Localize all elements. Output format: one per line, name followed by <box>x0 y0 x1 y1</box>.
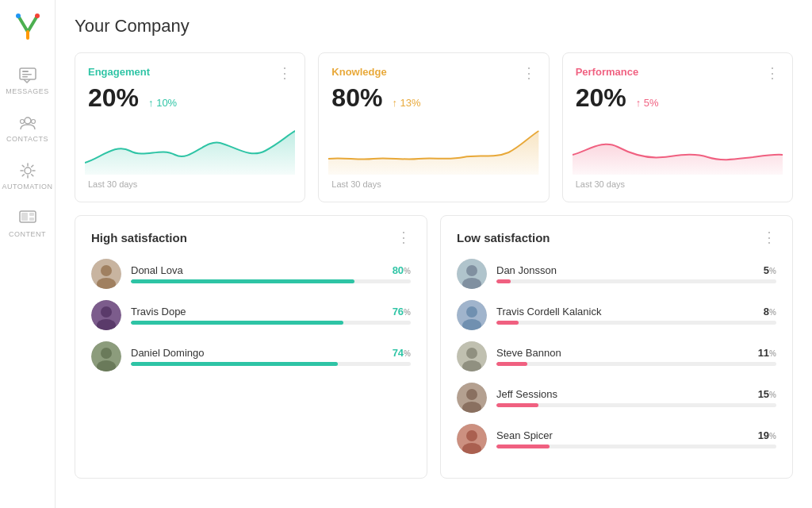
svg-rect-11 <box>21 213 28 221</box>
svg-point-1 <box>35 13 40 18</box>
engagement-more-button[interactable]: ⋮ <box>278 66 292 80</box>
list-item: Jeff Sessions 15% <box>457 383 776 413</box>
content-label: CONTENT <box>9 230 46 238</box>
knowledge-more-button[interactable]: ⋮ <box>522 66 536 80</box>
svg-rect-5 <box>22 76 28 78</box>
high-sat-title: High satisfaction <box>91 231 187 244</box>
performance-more-button[interactable]: ⋮ <box>765 66 779 80</box>
app-logo <box>12 10 44 41</box>
progress-bar-fill <box>131 321 343 325</box>
automation-label: AUTOMATION <box>2 183 52 190</box>
svg-point-30 <box>466 348 477 359</box>
list-item: Sean Spicer 19% <box>457 424 776 454</box>
progress-bar-bg <box>496 279 776 283</box>
svg-rect-13 <box>29 217 34 221</box>
performance-chart <box>573 119 783 175</box>
sidebar-item-automation[interactable]: AUTOMATION <box>0 152 55 200</box>
svg-rect-4 <box>22 74 32 75</box>
svg-rect-12 <box>29 213 34 216</box>
progress-bar-fill <box>131 362 338 366</box>
progress-bar-bg <box>496 403 776 407</box>
performance-period: Last 30 days <box>576 179 779 189</box>
engagement-period: Last 30 days <box>88 179 292 189</box>
progress-bar-bg <box>496 362 776 366</box>
engagement-change: ↑ 10% <box>148 97 177 109</box>
metric-card-performance: Performance ⋮ 20% ↑ 5% <box>562 52 793 202</box>
person-score: 74% <box>393 347 411 359</box>
low-sat-more-button[interactable]: ⋮ <box>762 229 776 246</box>
avatar <box>457 341 487 371</box>
svg-point-24 <box>466 265 477 276</box>
progress-bar-bg <box>131 279 411 283</box>
knowledge-title: Knowledge <box>331 66 386 78</box>
engagement-value: 20% <box>88 83 139 113</box>
metric-card-knowledge: Knowledge ⋮ 80% ↑ 13% <box>318 52 549 202</box>
person-name: Daniel Domingo <box>131 347 205 359</box>
low-sat-title: Low satisfaction <box>457 231 550 244</box>
sidebar-item-contacts[interactable]: CONTACTS <box>0 105 55 152</box>
metrics-row: Engagement ⋮ 20% ↑ 10% <box>75 52 793 202</box>
svg-point-6 <box>25 117 31 124</box>
metric-card-engagement: Engagement ⋮ 20% ↑ 10% <box>75 52 305 202</box>
avatar <box>91 341 121 371</box>
person-name: Donal Lova <box>131 264 183 276</box>
messages-icon <box>19 67 36 84</box>
progress-bar-fill <box>496 362 527 366</box>
person-name: Jeff Sessions <box>496 388 557 400</box>
progress-bar-bg <box>131 321 411 325</box>
svg-point-7 <box>20 120 24 124</box>
main-content: Your Company Engagement ⋮ 20% ↑ 10% <box>56 0 812 508</box>
sidebar: MESSAGES CONTACTS AUTOMATION <box>0 0 56 508</box>
list-item: Dan Jonsson 5% <box>457 259 776 289</box>
svg-point-9 <box>25 167 31 174</box>
knowledge-value: 80% <box>331 83 382 113</box>
person-name: Dan Jonsson <box>496 264 557 276</box>
progress-bar-fill <box>496 279 511 283</box>
svg-point-27 <box>466 306 477 318</box>
person-score: 76% <box>393 306 411 318</box>
avatar <box>457 383 487 413</box>
avatar <box>91 300 121 330</box>
progress-bar-fill <box>496 444 550 448</box>
list-item: Daniel Domingo 74% <box>91 341 411 371</box>
person-score: 15% <box>758 388 776 400</box>
person-score: 11% <box>758 347 776 359</box>
svg-point-36 <box>466 430 477 441</box>
list-item: Steve Bannon 11% <box>457 341 776 371</box>
progress-bar-bg <box>496 444 776 448</box>
svg-point-8 <box>31 120 35 124</box>
svg-point-18 <box>101 306 112 318</box>
knowledge-period: Last 30 days <box>331 179 535 189</box>
list-item: Donal Lova 80% <box>91 259 411 289</box>
avatar <box>91 259 121 289</box>
svg-point-0 <box>16 13 21 18</box>
performance-value: 20% <box>576 83 626 113</box>
knowledge-chart <box>328 119 538 175</box>
satisfaction-row: High satisfaction ⋮ Donal Lova 80% <box>75 215 793 479</box>
progress-bar-fill <box>496 321 519 325</box>
person-score: 8% <box>764 306 776 318</box>
progress-bar-bg <box>131 362 411 366</box>
svg-point-15 <box>101 265 112 276</box>
progress-bar-bg <box>496 321 776 325</box>
high-sat-more-button[interactable]: ⋮ <box>396 229 411 246</box>
person-score: 5% <box>764 264 776 276</box>
avatar <box>457 300 487 330</box>
performance-title: Performance <box>576 66 638 78</box>
high-satisfaction-card: High satisfaction ⋮ Donal Lova 80% <box>75 215 427 479</box>
engagement-chart <box>85 119 295 175</box>
sidebar-item-messages[interactable]: MESSAGES <box>0 57 55 105</box>
person-name: Travis Dope <box>131 306 186 318</box>
contacts-icon <box>19 114 36 132</box>
person-score: 80% <box>393 264 411 276</box>
progress-bar-fill <box>496 403 538 407</box>
person-score: 19% <box>758 429 776 441</box>
person-name: Sean Spicer <box>496 429 553 441</box>
content-icon <box>19 210 36 227</box>
performance-change: ↑ 5% <box>636 97 659 109</box>
svg-point-33 <box>466 389 477 400</box>
sidebar-item-content[interactable]: CONTENT <box>0 200 55 248</box>
avatar <box>457 424 487 454</box>
svg-point-21 <box>101 348 112 359</box>
messages-label: MESSAGES <box>6 87 49 95</box>
